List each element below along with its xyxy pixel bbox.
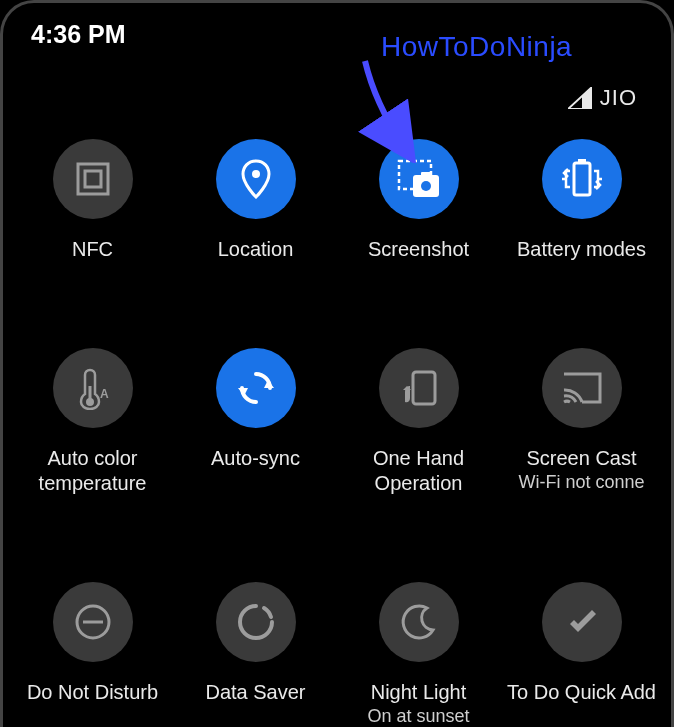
tile-label: Do Not Disturb — [25, 680, 160, 705]
dnd-icon — [53, 582, 133, 662]
screenshot-icon — [379, 139, 459, 219]
tile-label: Auto-sync — [209, 446, 302, 471]
tile-onehand[interactable]: One Hand Operation — [337, 348, 500, 496]
tile-sublabel: Wi-Fi not conne — [518, 471, 644, 494]
sync-icon — [216, 348, 296, 428]
tile-location[interactable]: Location — [174, 139, 337, 262]
tile-battery[interactable]: Battery modes — [500, 139, 663, 262]
tile-label: Night Light — [369, 680, 469, 705]
svg-marker-19 — [570, 610, 596, 632]
signal-icon — [568, 87, 592, 109]
check-icon — [542, 582, 622, 662]
tile-dnd[interactable]: Do Not Disturb — [11, 582, 174, 727]
carrier-label: JIO — [600, 85, 637, 111]
tile-label: Location — [216, 237, 296, 262]
battery-icon — [542, 139, 622, 219]
svg-rect-10 — [578, 159, 586, 164]
tile-label: To Do Quick Add — [505, 680, 658, 705]
moon-icon — [379, 582, 459, 662]
tile-autocolor[interactable]: A Auto color temperature — [11, 348, 174, 496]
tile-autosync[interactable]: Auto-sync — [174, 348, 337, 496]
tile-label: One Hand Operation — [339, 446, 499, 496]
tile-label: Data Saver — [203, 680, 307, 705]
tiles-grid: NFC Location Screenshot — [3, 139, 671, 727]
datasaver-icon — [216, 582, 296, 662]
svg-rect-3 — [85, 171, 101, 187]
tile-label: Battery modes — [515, 237, 648, 262]
svg-point-7 — [421, 181, 431, 191]
svg-point-4 — [252, 170, 260, 178]
tile-nightlight[interactable]: Night Light On at sunset — [337, 582, 500, 727]
tile-todoquickadd[interactable]: To Do Quick Add — [500, 582, 663, 727]
network-status: JIO — [568, 85, 637, 111]
tile-label: Screen Cast — [524, 446, 638, 471]
tile-label: Auto color temperature — [13, 446, 173, 496]
tile-label: NFC — [70, 237, 115, 262]
tile-sublabel: On at sunset — [367, 705, 469, 727]
cast-icon — [542, 348, 622, 428]
annotation-watermark: HowToDoNinja — [381, 31, 572, 63]
svg-rect-9 — [574, 163, 590, 195]
onehand-icon — [379, 348, 459, 428]
thermometer-icon: A — [53, 348, 133, 428]
nfc-icon — [53, 139, 133, 219]
clock: 4:36 PM — [31, 20, 125, 49]
svg-rect-2 — [78, 164, 108, 194]
quick-settings-panel: 4:36 PM JIO NFC — [0, 0, 674, 727]
tile-nfc[interactable]: NFC — [11, 139, 174, 262]
svg-rect-8 — [421, 172, 431, 177]
location-icon — [216, 139, 296, 219]
tile-screenshot[interactable]: Screenshot — [337, 139, 500, 262]
svg-rect-16 — [413, 372, 435, 404]
tile-screencast[interactable]: Screen Cast Wi-Fi not conne — [500, 348, 663, 496]
svg-text:A: A — [100, 387, 109, 401]
tile-label: Screenshot — [366, 237, 471, 262]
tile-datasaver[interactable]: Data Saver — [174, 582, 337, 727]
